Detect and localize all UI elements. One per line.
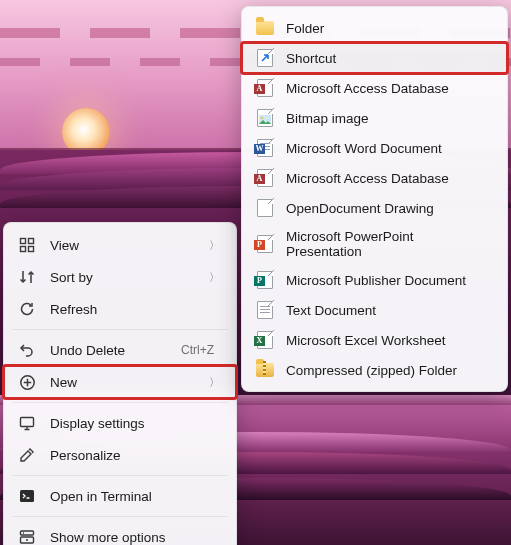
submenu-item-label: Microsoft Access Database — [286, 171, 449, 186]
chevron-right-icon: 〉 — [209, 270, 220, 285]
menu-item-view[interactable]: View 〉 — [4, 229, 236, 261]
menu-item-refresh[interactable]: Refresh — [4, 293, 236, 325]
menu-item-label: Show more options — [50, 530, 222, 545]
menu-item-label: Refresh — [50, 302, 222, 317]
svg-rect-2 — [21, 247, 26, 252]
submenu-item-word-document[interactable]: W Microsoft Word Document — [242, 133, 507, 163]
chevron-right-icon: 〉 — [209, 375, 220, 390]
menu-item-shortcut: Ctrl+Z — [181, 343, 214, 357]
submenu-item-label: Bitmap image — [286, 111, 369, 126]
menu-item-label: View — [50, 238, 195, 253]
submenu-item-folder[interactable]: Folder — [242, 13, 507, 43]
menu-item-new[interactable]: New 〉 — [4, 366, 236, 398]
access-icon: A — [256, 79, 274, 97]
submenu-item-access-database[interactable]: A Microsoft Access Database — [242, 73, 507, 103]
odg-icon — [256, 199, 274, 217]
submenu-item-label: OpenDocument Drawing — [286, 201, 434, 216]
menu-item-label: Sort by — [50, 270, 195, 285]
text-icon — [256, 301, 274, 319]
submenu-item-powerpoint-presentation[interactable]: P Microsoft PowerPoint Presentation — [242, 223, 507, 265]
publisher-icon: P — [256, 271, 274, 289]
submenu-item-label: Microsoft Excel Worksheet — [286, 333, 446, 348]
shortcut-icon — [256, 49, 274, 67]
submenu-item-label: Shortcut — [286, 51, 336, 66]
svg-rect-0 — [21, 239, 26, 244]
submenu-item-label: Compressed (zipped) Folder — [286, 363, 457, 378]
menu-item-undo-delete[interactable]: Undo Delete Ctrl+Z — [4, 334, 236, 366]
desktop-context-menu: View 〉 Sort by 〉 Refresh Undo Delete Ctr… — [3, 222, 237, 545]
submenu-item-label: Microsoft Access Database — [286, 81, 449, 96]
display-icon — [18, 414, 36, 432]
svg-rect-6 — [20, 490, 34, 502]
folder-icon — [256, 19, 274, 37]
menu-separator — [12, 329, 228, 330]
submenu-item-label: Text Document — [286, 303, 376, 318]
undo-icon — [18, 341, 36, 359]
menu-separator — [12, 475, 228, 476]
menu-item-display-settings[interactable]: Display settings — [4, 407, 236, 439]
submenu-item-publisher-document[interactable]: P Microsoft Publisher Document — [242, 265, 507, 295]
submenu-item-bitmap-image[interactable]: Bitmap image — [242, 103, 507, 133]
view-icon — [18, 236, 36, 254]
submenu-item-excel-worksheet[interactable]: X Microsoft Excel Worksheet — [242, 325, 507, 355]
new-submenu: Folder Shortcut A Microsoft Access Datab… — [241, 6, 508, 392]
svg-rect-7 — [21, 531, 34, 535]
refresh-icon — [18, 300, 36, 318]
menu-item-label: New — [50, 375, 195, 390]
word-icon: W — [256, 139, 274, 157]
new-icon — [18, 373, 36, 391]
submenu-item-label: Microsoft PowerPoint Presentation — [286, 229, 493, 259]
submenu-item-text-document[interactable]: Text Document — [242, 295, 507, 325]
svg-point-10 — [261, 117, 264, 120]
menu-separator — [12, 516, 228, 517]
submenu-item-access-database-2[interactable]: A Microsoft Access Database — [242, 163, 507, 193]
submenu-item-shortcut[interactable]: Shortcut — [242, 43, 507, 73]
submenu-item-label: Folder — [286, 21, 324, 36]
bitmap-icon — [256, 109, 274, 127]
menu-item-label: Undo Delete — [50, 343, 167, 358]
sort-icon — [18, 268, 36, 286]
excel-icon: X — [256, 331, 274, 349]
svg-rect-3 — [29, 247, 34, 252]
submenu-item-label: Microsoft Publisher Document — [286, 273, 466, 288]
menu-item-show-more-options[interactable]: Show more options — [4, 521, 236, 545]
access-icon: A — [256, 169, 274, 187]
submenu-item-label: Microsoft Word Document — [286, 141, 442, 156]
svg-rect-1 — [29, 239, 34, 244]
menu-item-sort-by[interactable]: Sort by 〉 — [4, 261, 236, 293]
powerpoint-icon: P — [256, 235, 274, 253]
menu-item-open-in-terminal[interactable]: Open in Terminal — [4, 480, 236, 512]
submenu-item-opendocument-drawing[interactable]: OpenDocument Drawing — [242, 193, 507, 223]
zip-folder-icon — [256, 361, 274, 379]
more-options-icon — [18, 528, 36, 545]
submenu-item-compressed-folder[interactable]: Compressed (zipped) Folder — [242, 355, 507, 385]
chevron-right-icon: 〉 — [209, 238, 220, 253]
svg-rect-5 — [21, 418, 34, 427]
menu-item-label: Open in Terminal — [50, 489, 222, 504]
terminal-icon — [18, 487, 36, 505]
menu-item-personalize[interactable]: Personalize — [4, 439, 236, 471]
menu-separator — [12, 402, 228, 403]
menu-item-label: Personalize — [50, 448, 222, 463]
menu-item-label: Display settings — [50, 416, 222, 431]
personalize-icon — [18, 446, 36, 464]
